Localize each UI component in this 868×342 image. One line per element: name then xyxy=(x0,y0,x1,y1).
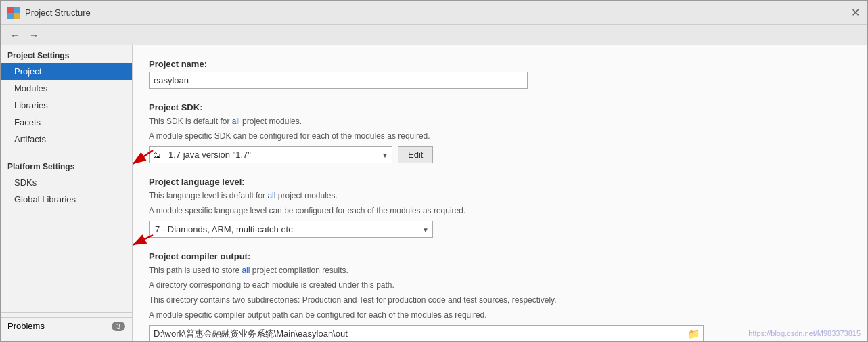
close-button[interactable]: ✕ xyxy=(850,7,861,18)
sdk-edit-button[interactable]: Edit xyxy=(398,146,433,163)
project-structure-window: Project Structure ✕ ← → Project Settings… xyxy=(0,0,868,342)
forward-button[interactable]: → xyxy=(26,28,41,42)
project-sdk-desc2: A module specific SDK can be configured … xyxy=(149,130,851,142)
problems-section[interactable]: Problems 3 xyxy=(1,317,132,335)
title-bar: Project Structure ✕ xyxy=(1,1,867,25)
watermark: https://blog.csdn.net/M983373815 xyxy=(748,329,861,337)
project-sdk-label: Project SDK: xyxy=(149,102,851,112)
title-bar-left: Project Structure xyxy=(7,7,91,19)
project-compiler-desc3: This directory contains two subdirectori… xyxy=(149,294,851,306)
project-name-input[interactable] xyxy=(149,72,528,89)
sidebar: Project Settings Project Modules Librari… xyxy=(1,45,133,341)
compiler-output-input[interactable] xyxy=(149,325,704,341)
content-area: Project name: Project SDK: This SDK is d… xyxy=(133,45,867,341)
lang-desc1-highlight: all xyxy=(267,191,275,200)
output-folder-icon: 📁 xyxy=(688,328,700,339)
project-compiler-desc4: A module specific compiler output path c… xyxy=(149,309,851,321)
sdk-desc1-highlight: all xyxy=(232,116,240,126)
language-select-wrapper: 7 - Diamonds, ARM, multi-catch etc. ▼ xyxy=(149,221,433,238)
sidebar-item-libraries[interactable]: Libraries xyxy=(1,97,132,114)
main-content: Project Settings Project Modules Librari… xyxy=(1,45,867,341)
sidebar-item-artifacts[interactable]: Artifacts xyxy=(1,131,132,148)
project-sdk-group: Project SDK: This SDK is default for all… xyxy=(149,102,851,163)
svg-rect-1 xyxy=(14,7,20,13)
app-icon xyxy=(7,7,20,19)
sidebar-item-project[interactable]: Project xyxy=(1,63,132,80)
problems-label: Problems xyxy=(7,321,45,331)
project-compiler-desc1: This path is used to store all project c… xyxy=(149,264,851,276)
project-compiler-group: Project compiler output: This path is us… xyxy=(149,251,851,341)
platform-settings-section-label: Platform Settings xyxy=(1,156,132,174)
svg-rect-2 xyxy=(7,13,14,19)
sdk-folder-icon: 🗂 xyxy=(153,150,161,160)
sidebar-item-modules[interactable]: Modules xyxy=(1,80,132,97)
project-settings-section-label: Project Settings xyxy=(1,45,132,63)
project-language-desc1: This language level is default for all p… xyxy=(149,190,851,202)
sdk-select[interactable]: 1.7 java version "1.7" xyxy=(149,146,392,163)
sidebar-item-facets[interactable]: Facets xyxy=(1,114,132,131)
project-sdk-desc1: This SDK is default for all project modu… xyxy=(149,115,851,127)
sdk-row: 🗂 1.7 java version "1.7" ▼ Edit xyxy=(149,146,851,163)
sidebar-item-global-libraries[interactable]: Global Libraries xyxy=(1,191,132,208)
toolbar: ← → xyxy=(1,25,867,45)
sidebar-item-sdks[interactable]: SDKs xyxy=(1,174,132,191)
sidebar-divider xyxy=(1,152,132,152)
svg-rect-0 xyxy=(7,7,14,13)
project-compiler-label: Project compiler output: xyxy=(149,251,851,261)
svg-rect-3 xyxy=(14,13,20,19)
project-language-group: Project language level: This language le… xyxy=(149,177,851,238)
project-language-desc2: A module specific language level can be … xyxy=(149,205,851,217)
compiler-desc1-highlight: all xyxy=(242,265,250,275)
project-language-label: Project language level: xyxy=(149,177,851,187)
title-bar-title: Project Structure xyxy=(25,7,91,18)
project-name-group: Project name: xyxy=(149,59,851,89)
project-name-label: Project name: xyxy=(149,59,851,69)
back-button[interactable]: ← xyxy=(7,28,22,42)
sdk-select-wrapper: 🗂 1.7 java version "1.7" ▼ xyxy=(149,146,392,163)
sidebar-divider-bottom xyxy=(1,312,132,313)
compiler-output-wrapper: 📁 xyxy=(149,325,704,341)
project-compiler-desc2: A directory corresponding to each module… xyxy=(149,279,851,291)
language-select[interactable]: 7 - Diamonds, ARM, multi-catch etc. xyxy=(149,221,433,238)
problems-badge: 3 xyxy=(112,322,125,331)
